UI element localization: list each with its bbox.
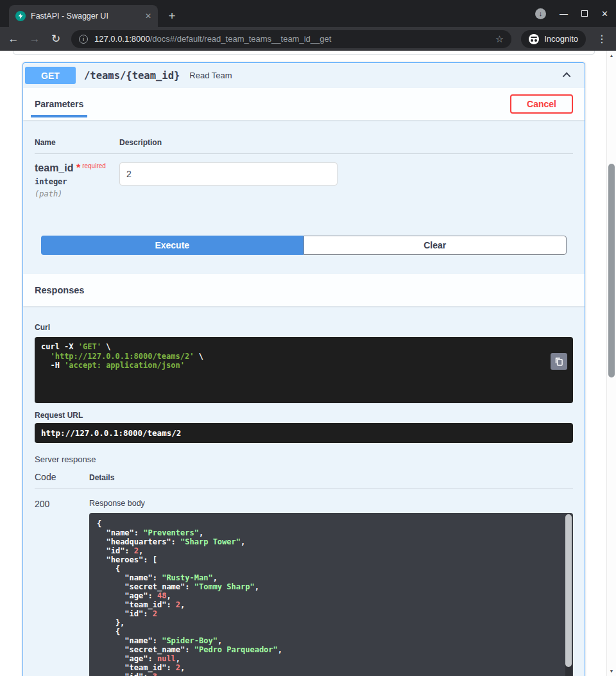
copy-icon — [554, 357, 563, 366]
cancel-button[interactable]: Cancel — [510, 94, 573, 114]
new-tab-button[interactable]: + — [163, 7, 181, 25]
url-text: 127.0.0.1:8000/docs#/default/read_team_t… — [94, 34, 489, 44]
method-badge: GET — [25, 67, 76, 84]
details-column-header: Details — [89, 473, 114, 482]
url-path: /docs#/default/read_team_teams__team_id_… — [150, 34, 332, 44]
response-body-code: { "name": "Preventers", "headquarters": … — [97, 519, 558, 676]
parameter-type: integer — [35, 177, 119, 186]
parameter-name: team_id *required — [35, 162, 119, 174]
request-url-label: Request URL — [35, 411, 573, 420]
curl-line: curl -X 'GET' \ — [41, 342, 545, 352]
request-url-value: http://127.0.0.1:8000/teams/2 — [35, 423, 573, 443]
scroll-up-icon[interactable]: ▲ — [607, 53, 616, 58]
parameters-header: Parameters Cancel — [23, 88, 585, 120]
scroll-down-icon[interactable]: ▼ — [607, 669, 616, 673]
response-row: 200 Response body { "name": "Preventers"… — [35, 489, 573, 676]
parameters-body: Name Description team_id *required integ… — [23, 120, 585, 274]
page-scrollbar-thumb[interactable] — [608, 164, 615, 377]
code-column-header: Code — [35, 472, 89, 482]
minimize-button[interactable]: — — [560, 10, 568, 18]
curl-command: curl -X 'GET' \ 'http://127.0.0.1:8000/t… — [35, 337, 573, 403]
response-body-block: { "name": "Preventers", "headquarters": … — [89, 513, 573, 676]
response-body-scroll-thumb[interactable] — [565, 514, 572, 667]
forward-icon[interactable]: → — [29, 33, 40, 46]
bookmark-star-icon[interactable]: ☆ — [495, 33, 504, 45]
server-response-label: Server response — [35, 455, 573, 464]
execute-row: Execute Clear — [41, 236, 567, 274]
copy-to-clipboard-button[interactable] — [551, 353, 567, 370]
curl-line: 'http://127.0.0.1:8000/teams/2' \ — [41, 352, 545, 361]
curl-label: Curl — [35, 323, 573, 332]
responses-body: Curl curl -X 'GET' \ 'http://127.0.0.1:8… — [23, 323, 585, 676]
opblock-summary[interactable]: GET /teams/{team_id} Read Team — [23, 63, 585, 88]
update-icon[interactable]: ↓ — [535, 8, 546, 19]
window-controls: ↓ — ✕ — [535, 0, 608, 27]
previous-section-edge — [13, 51, 595, 55]
required-label: required — [82, 162, 106, 169]
tab-close-icon[interactable]: ✕ — [145, 12, 151, 21]
parameter-name-cell: team_id *required integer (path) — [35, 162, 119, 198]
tab-title: FastAPI - Swagger UI — [31, 12, 140, 21]
parameter-row: team_id *required integer (path) — [35, 154, 573, 198]
site-info-icon[interactable]: i — [79, 35, 88, 44]
update-arrow-icon: ↓ — [539, 10, 543, 17]
back-icon[interactable]: ← — [8, 33, 19, 46]
execute-button[interactable]: Execute — [41, 236, 304, 255]
swagger-page: GET /teams/{team_id} Read Team Parameter… — [0, 51, 616, 676]
response-body-label: Response body — [89, 499, 573, 508]
responses-title: Responses — [35, 285, 84, 295]
tab-strip: FastAPI - Swagger UI ✕ + ↓ — ✕ — [0, 0, 616, 27]
parameter-value-cell — [119, 162, 338, 198]
incognito-badge: Incognito — [521, 30, 586, 48]
maximize-button[interactable] — [581, 10, 588, 17]
endpoint-path: /teams/{team_id} — [84, 70, 180, 82]
browser-tab[interactable]: FastAPI - Swagger UI ✕ — [9, 5, 158, 27]
browser-toolbar: ← → ↻ i 127.0.0.1:8000/docs#/default/rea… — [0, 27, 616, 51]
endpoint-summary: Read Team — [189, 71, 232, 80]
tab-parameters: Parameters — [35, 99, 83, 109]
page-content: GET /teams/{team_id} Read Team Parameter… — [0, 51, 606, 676]
browser-menu-icon[interactable]: ⋮ — [595, 33, 608, 45]
reload-icon[interactable]: ↻ — [50, 32, 62, 46]
clear-button[interactable]: Clear — [304, 236, 567, 255]
browser-window: FastAPI - Swagger UI ✕ + ↓ — ✕ ← → ↻ i 1… — [0, 0, 616, 676]
address-bar[interactable]: i 127.0.0.1:8000/docs#/default/read_team… — [71, 30, 511, 48]
status-code: 200 — [35, 499, 89, 676]
response-details-cell: Response body { "name": "Preventers", "h… — [89, 499, 573, 676]
opblock-get-read-team: GET /teams/{team_id} Read Team Parameter… — [22, 62, 585, 676]
incognito-icon — [529, 34, 539, 44]
responses-header: Responses — [23, 274, 585, 306]
response-table-header: Code Details — [35, 472, 573, 489]
url-host: 127.0.0.1:8000 — [94, 34, 150, 44]
description-column-header: Description — [119, 138, 162, 147]
fastapi-favicon-icon — [15, 11, 26, 21]
required-star: * — [73, 162, 80, 173]
name-column-header: Name — [35, 138, 119, 147]
parameter-location: (path) — [35, 189, 119, 198]
team-id-input[interactable] — [119, 162, 338, 186]
page-scrollbar[interactable]: ▲ ▼ — [606, 51, 616, 676]
parameters-table-header: Name Description — [35, 120, 573, 154]
window-close-button[interactable]: ✕ — [601, 10, 608, 18]
curl-line: -H 'accept: application/json' — [41, 361, 545, 370]
incognito-label: Incognito — [544, 34, 578, 44]
collapse-chevron-icon[interactable] — [563, 73, 571, 81]
